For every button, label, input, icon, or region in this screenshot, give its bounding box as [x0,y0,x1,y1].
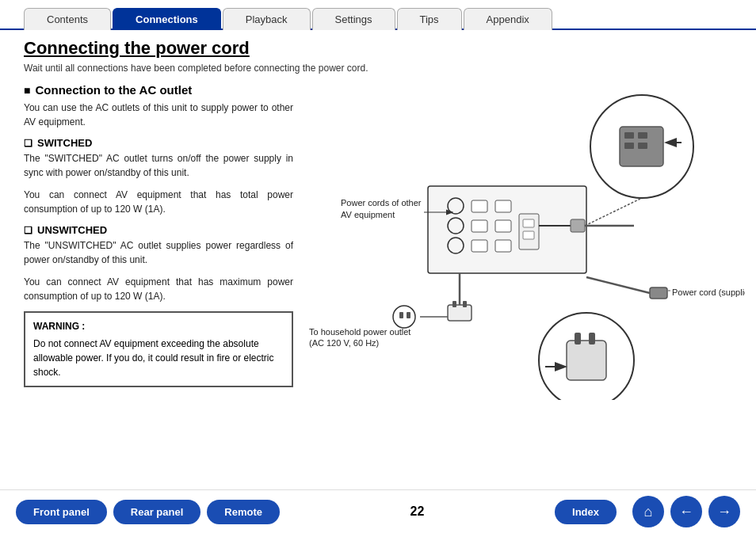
sub-switched-heading: SWITCHED [24,137,293,149]
tab-contents[interactable]: Contents [24,8,111,30]
remote-button[interactable]: Remote [207,500,280,524]
svg-rect-21 [638,143,647,149]
svg-rect-4 [472,200,487,212]
svg-rect-40 [567,341,606,380]
home-button[interactable]: ⌂ [632,496,664,527]
back-button[interactable]: ← [670,496,702,527]
tab-settings[interactable]: Settings [312,8,395,30]
svg-rect-9 [495,240,511,252]
svg-rect-7 [495,200,511,212]
sub-unswitched-body2: You can connect AV equipment that has ma… [24,275,293,303]
tab-appendix[interactable]: Appendix [464,8,552,30]
svg-text:Power cord (supplied): Power cord (supplied) [672,287,745,297]
bottom-bar: Front panel Rear panel Remote 22 Index ⌂… [0,489,756,533]
warning-box: WARNING : Do not connect AV equipment ex… [24,311,293,387]
svg-rect-29 [452,301,456,307]
warning-title: WARNING : [33,319,284,333]
section-ac-outlet-heading: Connection to the AC outlet [24,83,293,97]
page-title: Connecting the power cord [24,38,732,59]
tab-connections[interactable]: Connections [113,8,221,30]
diagram-area: Power cords of other AV equipment To h [301,83,745,402]
svg-rect-5 [472,220,487,232]
forward-button[interactable]: → [708,496,740,527]
bottom-nav-buttons: Front panel Rear panel Remote [16,500,280,524]
svg-rect-14 [571,219,585,232]
main-content: Connecting the power cord Wait until all… [0,30,756,402]
left-column: Connection to the AC outlet You can use … [24,83,293,402]
content-area: Connection to the AC outlet You can use … [24,83,732,402]
page-subtitle: Wait until all connections have been com… [24,63,732,74]
svg-rect-19 [624,143,634,149]
svg-text:Power cords of other: Power cords of other [341,198,422,207]
svg-rect-33 [399,312,403,318]
svg-rect-38 [650,287,667,299]
svg-rect-8 [495,220,511,232]
diagram-svg: Power cords of other AV equipment To h [301,83,745,400]
page-number: 22 [280,504,555,519]
sub-switched-body1: The "SWITCHED" AC outlet turns on/off th… [24,151,293,180]
sub-unswitched-body1: The "UNSWITCHED" AC outlet supplies powe… [24,238,293,267]
svg-text:AV equipment: AV equipment [341,210,395,219]
icon-buttons: ⌂ ← → [632,496,740,527]
svg-line-23 [585,198,642,226]
tab-tips[interactable]: Tips [397,8,462,30]
svg-line-37 [586,277,650,293]
svg-rect-18 [624,132,634,139]
svg-rect-12 [523,231,534,239]
tabs-bar: Contents Connections Playback Settings T… [0,0,756,30]
svg-rect-6 [472,240,487,252]
svg-rect-28 [448,305,472,321]
section-ac-outlet-body: You can use the AC outlets of this unit … [24,101,293,129]
svg-rect-41 [575,333,581,345]
sub-switched-body2: You can connect AV equipment that has to… [24,188,293,216]
front-panel-button[interactable]: Front panel [16,500,107,524]
svg-rect-42 [589,333,595,345]
index-button[interactable]: Index [555,500,617,524]
svg-text:(AC 120 V, 60 Hz): (AC 120 V, 60 Hz) [309,338,379,348]
svg-rect-11 [523,219,534,227]
svg-point-32 [393,306,415,328]
sub-unswitched-heading: UNSWITCHED [24,224,293,236]
tab-playback[interactable]: Playback [223,8,311,30]
svg-text:To household power outlet: To household power outlet [309,327,410,337]
svg-rect-20 [638,132,647,139]
svg-rect-30 [463,301,467,307]
warning-body: Do not connect AV equipment exceeding th… [33,337,284,379]
svg-rect-34 [407,312,410,318]
rear-panel-button[interactable]: Rear panel [113,500,200,524]
